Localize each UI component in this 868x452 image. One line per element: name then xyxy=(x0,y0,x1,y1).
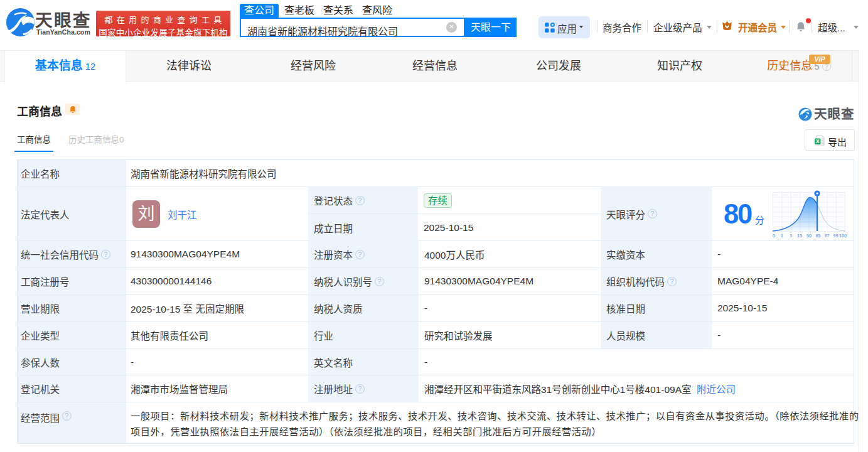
svg-text:85: 85 xyxy=(816,233,821,239)
svg-text:99: 99 xyxy=(833,233,839,239)
svg-text:3: 3 xyxy=(790,233,792,239)
svg-text:X: X xyxy=(816,138,820,144)
svg-text:100: 100 xyxy=(839,233,847,239)
svg-text:97: 97 xyxy=(825,233,830,239)
svg-text:50: 50 xyxy=(806,233,812,239)
svg-text:0: 0 xyxy=(773,233,775,239)
svg-text:15: 15 xyxy=(797,233,802,239)
svg-text:1: 1 xyxy=(781,233,783,239)
